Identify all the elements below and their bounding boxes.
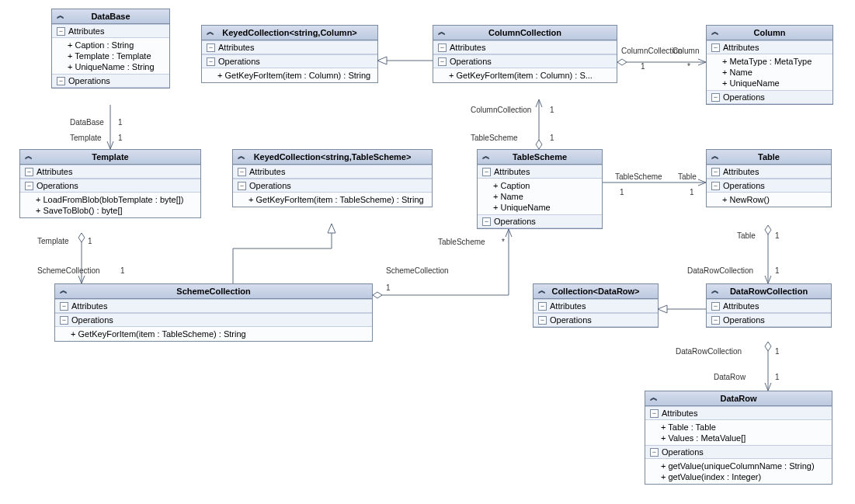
collapse-icon[interactable]: −	[25, 168, 33, 176]
ops-label: Operations	[71, 315, 113, 325]
attrs-header[interactable]: −Attributes	[55, 299, 372, 313]
collapse-icon[interactable]: −	[482, 217, 491, 226]
ops-header[interactable]: −Operations	[645, 445, 832, 459]
attrs-header[interactable]: −Attributes	[707, 40, 832, 54]
chevron-icon: ︽	[438, 28, 446, 36]
attrs-header[interactable]: −Attributes	[433, 40, 617, 54]
ops-header[interactable]: −Operations	[20, 179, 200, 193]
class-columncollection[interactable]: ︽ColumnCollection −Attributes −Operation…	[433, 25, 617, 83]
ops-label: Operations	[249, 181, 291, 190]
label-1: 1	[550, 134, 554, 142]
attrs-body: + MetaType : MetaType + Name + UniqueNam…	[707, 54, 832, 90]
title-text: Collection<DataRow>	[551, 287, 639, 296]
title-text: ColumnCollection	[488, 28, 561, 37]
collapse-icon[interactable]: −	[207, 43, 215, 52]
ops-header[interactable]: −Operations	[433, 54, 617, 68]
label-column: Column	[673, 47, 699, 55]
collapse-icon[interactable]: −	[238, 182, 246, 190]
ops-header[interactable]: −Operations	[478, 214, 602, 228]
title-text: KeyedCollection<string,Column>	[222, 28, 357, 37]
op-item: + SaveToBlob() : byte[]	[20, 205, 200, 216]
collapse-icon[interactable]: −	[711, 302, 720, 311]
attrs-body: + Caption + Name + UniqueName	[478, 179, 602, 214]
ops-label: Operations	[36, 181, 78, 190]
attrs-header[interactable]: −Attributes	[707, 165, 831, 179]
collapse-icon[interactable]: −	[482, 168, 491, 176]
label-1: 1	[550, 106, 554, 114]
attrs-label: Attributes	[68, 26, 104, 36]
title-text: SchemeCollection	[176, 287, 250, 296]
class-table[interactable]: ︽Table −Attributes −Operations + NewRow(…	[706, 149, 832, 207]
collapse-icon[interactable]: −	[57, 77, 65, 85]
collapse-icon[interactable]: −	[650, 448, 659, 457]
class-keyedcollection-tablescheme[interactable]: ︽KeyedCollection<string,TableScheme> −At…	[232, 149, 433, 207]
collapse-icon[interactable]: −	[438, 43, 447, 52]
attrs-header[interactable]: −Attributes	[202, 40, 377, 54]
attrs-label: Attributes	[249, 167, 285, 176]
class-database[interactable]: ︽DataBase −Attributes + Caption : String…	[51, 9, 170, 89]
chevron-icon: ︽	[207, 28, 214, 36]
collapse-icon[interactable]: −	[711, 316, 720, 325]
ops-label: Operations	[550, 315, 592, 325]
collapse-icon[interactable]: −	[238, 168, 246, 176]
attrs-header[interactable]: −Attributes	[534, 299, 658, 313]
ops-header[interactable]: −Operations	[233, 179, 432, 193]
title-text: DataBase	[91, 12, 130, 21]
attrs-header[interactable]: −Attributes	[20, 165, 200, 179]
ops-body: + getValue(uniqueColumnName : String) + …	[645, 459, 832, 484]
attrs-header[interactable]: −Attributes	[233, 165, 432, 179]
class-column[interactable]: ︽Column −Attributes + MetaType : MetaTyp…	[706, 25, 833, 105]
class-keyedcollection-column[interactable]: ︽KeyedCollection<string,Column> −Attribu…	[201, 25, 378, 83]
ops-header[interactable]: −Operations	[52, 74, 169, 88]
label-1: 1	[118, 118, 123, 127]
class-collection-datarow[interactable]: ︽Collection<DataRow> −Attributes −Operat…	[533, 283, 659, 328]
class-title: ︽SchemeCollection	[55, 284, 372, 299]
collapse-icon[interactable]: −	[538, 302, 547, 311]
ops-label: Operations	[68, 76, 110, 85]
attrs-label: Attributes	[550, 301, 586, 311]
collapse-icon[interactable]: −	[711, 182, 720, 190]
ops-header[interactable]: −Operations	[534, 313, 658, 327]
class-datarowcollection[interactable]: ︽DataRowCollection −Attributes −Operatio…	[706, 283, 832, 328]
attr-item: + UniqueName : String	[52, 61, 169, 72]
class-template[interactable]: ︽Template −Attributes −Operations + Load…	[19, 149, 201, 218]
class-title: ︽DataBase	[52, 9, 169, 24]
class-tablescheme[interactable]: ︽TableScheme −Attributes + Caption + Nam…	[477, 149, 603, 229]
collapse-icon[interactable]: −	[25, 182, 33, 190]
label-1: 1	[88, 237, 92, 245]
collapse-icon[interactable]: −	[207, 57, 215, 66]
title-text: TableScheme	[513, 152, 567, 162]
class-title: ︽KeyedCollection<string,TableScheme>	[233, 150, 432, 165]
label-1: 1	[775, 347, 780, 356]
attrs-header[interactable]: −Attributes	[707, 299, 831, 313]
attrs-header[interactable]: −Attributes	[478, 165, 602, 179]
label-datarowcollection: DataRowCollection	[676, 347, 742, 356]
attrs-label: Attributes	[723, 43, 759, 52]
class-schemecollection[interactable]: ︽SchemeCollection −Attributes −Operation…	[54, 283, 373, 342]
ops-header[interactable]: −Operations	[707, 179, 831, 193]
attr-item: + MetaType : MetaType	[707, 56, 832, 67]
ops-label: Operations	[723, 92, 765, 102]
collapse-icon[interactable]: −	[538, 316, 547, 325]
attr-item: + Values : MetaValue[]	[645, 433, 832, 443]
ops-header[interactable]: −Operations	[55, 313, 372, 327]
label-1: 1	[620, 188, 624, 196]
ops-header[interactable]: −Operations	[707, 313, 831, 327]
class-datarow[interactable]: ︽DataRow −Attributes + Table : Table + V…	[645, 391, 832, 485]
collapse-icon[interactable]: −	[60, 302, 68, 311]
collapse-icon[interactable]: −	[60, 316, 68, 325]
collapse-icon[interactable]: −	[711, 168, 720, 176]
collapse-icon[interactable]: −	[57, 27, 65, 36]
ops-header[interactable]: −Operations	[202, 54, 377, 68]
chevron-icon: ︽	[650, 394, 658, 401]
collapse-icon[interactable]: −	[650, 409, 659, 418]
ops-header[interactable]: −Operations	[707, 90, 832, 104]
title-text: Template	[92, 152, 128, 162]
attrs-label: Attributes	[450, 43, 485, 52]
attr-item: + Template : Template	[52, 50, 169, 61]
attrs-header[interactable]: −Attributes	[52, 24, 169, 38]
collapse-icon[interactable]: −	[711, 43, 720, 52]
attrs-header[interactable]: −Attributes	[645, 406, 832, 420]
collapse-icon[interactable]: −	[711, 93, 720, 102]
collapse-icon[interactable]: −	[438, 57, 447, 66]
